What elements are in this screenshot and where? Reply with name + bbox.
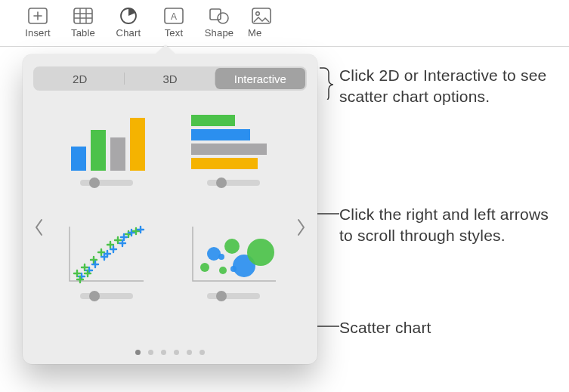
page-dot[interactable] [199,350,205,355]
svg-rect-16 [191,158,258,169]
toolbar-table[interactable]: Table [66,6,100,39]
svg-point-20 [224,239,240,254]
svg-point-24 [218,254,224,260]
toolbar-label-insert: Insert [25,27,51,39]
chart-option-bubble[interactable] [183,222,284,317]
bubble-chart-thumb [188,222,279,284]
style-slider[interactable] [80,180,133,186]
toolbar-text[interactable]: A Text [157,6,190,39]
callout-arrows: Click the right and left arrows to scrol… [339,204,551,247]
svg-point-23 [230,266,237,272]
image-icon [249,6,274,26]
svg-rect-11 [110,137,125,171]
callout-tabs: Click 2D or Interactive to see scatter c… [339,65,558,108]
text-box-icon: A [162,6,186,26]
chart-option-bar[interactable] [183,109,284,204]
svg-rect-10 [91,130,106,171]
tab-3d-label: 3D [162,73,177,85]
toolbar-insert[interactable]: Insert [21,6,54,39]
toolbar-chart[interactable]: Chart [112,6,145,39]
chart-type-segmented: 2D 3D Interactive [33,66,307,91]
svg-point-6 [218,13,228,23]
chart-option-grid [33,91,307,325]
tab-3d[interactable]: 3D [125,68,215,89]
toolbar-label-media: Me [248,27,261,39]
chart-option-scatter[interactable] [56,222,157,317]
svg-point-8 [256,12,260,16]
pie-chart-icon [116,6,141,26]
svg-rect-13 [191,115,235,126]
style-slider[interactable] [207,180,260,186]
svg-rect-9 [71,147,86,171]
callout-arrows-text: Click the right and left arrows to scrol… [339,204,551,247]
page-dot[interactable] [174,350,179,355]
callout-scatter: Scatter chart [339,317,431,338]
svg-point-22 [247,239,274,266]
style-slider[interactable] [207,293,260,299]
toolbar: Insert Table Chart A Text Shape Me [0,0,569,47]
tab-2d-label: 2D [73,73,87,85]
toolbar-label-table: Table [71,27,95,39]
plus-square-icon [26,6,50,26]
column-chart-thumb [61,109,152,171]
toolbar-label-text: Text [165,27,184,39]
svg-rect-12 [130,118,145,171]
callout-scatter-text: Scatter chart [339,319,431,336]
style-slider[interactable] [80,293,133,299]
tab-interactive[interactable]: Interactive [215,68,305,89]
toolbar-label-chart: Chart [116,27,141,39]
svg-rect-1 [74,8,92,23]
chart-option-column[interactable] [56,109,157,204]
toolbar-media[interactable]: Me [248,6,281,39]
svg-text:A: A [171,11,177,22]
shape-icon [207,6,231,26]
tab-interactive-label: Interactive [234,73,286,85]
svg-rect-14 [191,129,250,140]
svg-rect-15 [191,144,267,155]
bar-chart-thumb [188,109,279,171]
page-dots [23,350,317,355]
page-dot[interactable] [148,350,153,355]
toolbar-shape[interactable]: Shape [203,6,236,39]
scatter-chart-thumb [61,222,152,284]
svg-point-17 [200,263,209,272]
table-icon [71,6,95,26]
bracket-icon [318,66,335,100]
callout-tabs-text: Click 2D or Interactive to see scatter c… [339,65,558,108]
svg-point-19 [219,267,227,274]
page-dot[interactable] [187,350,192,355]
tab-2d[interactable]: 2D [35,68,125,89]
page-dot[interactable] [161,350,166,355]
page-dot[interactable] [135,350,141,355]
chart-popover: 2D 3D Interactive [23,54,317,364]
toolbar-label-shape: Shape [205,27,234,39]
svg-point-18 [207,247,221,261]
